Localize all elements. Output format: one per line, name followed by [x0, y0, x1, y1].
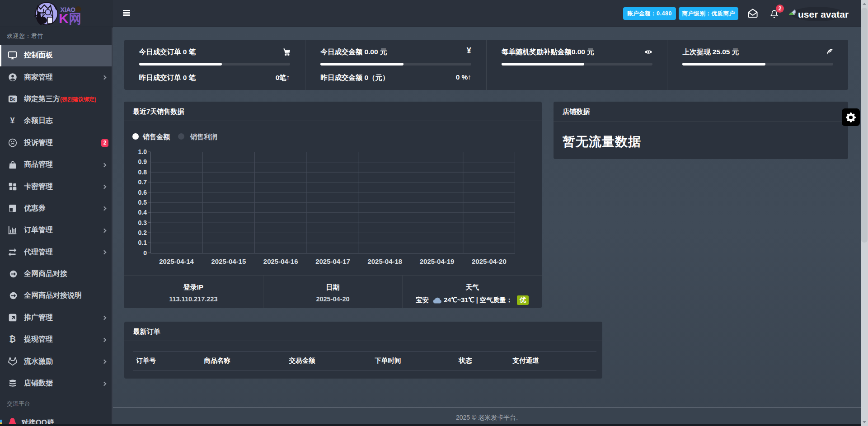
svg-text:K: K	[59, 11, 69, 26]
svg-text:Be: Be	[9, 97, 15, 102]
svg-text:网: 网	[69, 12, 81, 26]
